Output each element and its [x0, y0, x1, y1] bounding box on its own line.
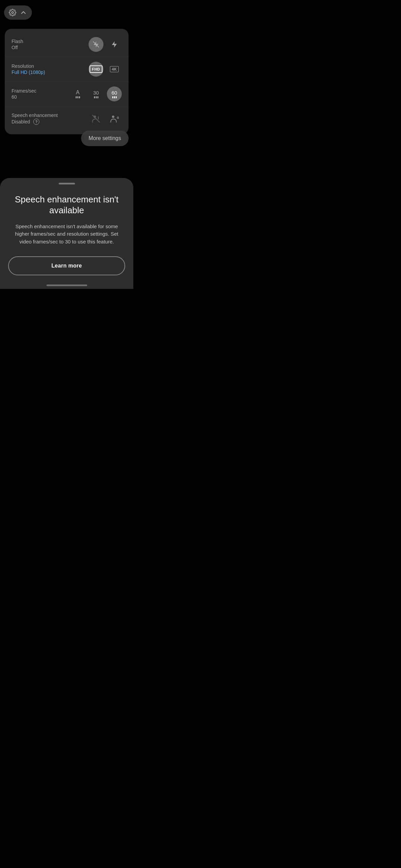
fps-row: Frames/sec 60 A 30	[5, 82, 129, 106]
chevron-up-icon[interactable]	[20, 9, 27, 16]
home-indicator	[46, 284, 87, 286]
4k-label: 4K	[110, 66, 118, 72]
fps-60-label: 60	[112, 90, 117, 96]
resolution-value: Full HD (1080p)	[12, 70, 45, 75]
speech-on-icon	[110, 114, 119, 123]
fps-60-button[interactable]: 60	[107, 86, 122, 101]
fps-30-button[interactable]: 30	[89, 86, 103, 101]
flash-title: Flash	[12, 39, 23, 44]
fps-30-label: 30	[93, 90, 99, 96]
speech-off-button[interactable]	[89, 111, 103, 126]
speech-icons	[89, 111, 122, 126]
more-settings-button[interactable]: More settings	[81, 131, 129, 146]
fps-value: 60	[12, 94, 36, 100]
top-bar	[4, 5, 32, 20]
fps-label: Frames/sec 60	[12, 88, 36, 100]
resolution-title: Resolution	[12, 63, 45, 69]
speech-label: Speech enhancement Disabled ?	[12, 113, 58, 125]
flash-value: Off	[12, 45, 23, 50]
speech-row: Speech enhancement Disabled ?	[5, 106, 129, 131]
speech-on-button[interactable]	[107, 111, 122, 126]
bottom-sheet-description: Speech enhancement isn't available for s…	[8, 223, 125, 246]
flash-row: Flash Off	[5, 32, 129, 57]
settings-icon[interactable]	[9, 9, 16, 16]
more-settings-label: More settings	[89, 135, 121, 141]
bottom-sheet-handle	[59, 183, 75, 184]
learn-more-button[interactable]: Learn more	[8, 256, 125, 275]
fps-auto-button[interactable]: A	[70, 86, 85, 101]
settings-panel: Flash Off Resolution Full HD (1080p)	[5, 29, 129, 134]
flash-on-button[interactable]	[107, 37, 122, 52]
fps-60-lines	[112, 96, 117, 98]
flash-off-button[interactable]	[89, 37, 103, 52]
bottom-sheet-title: Speech enhancement isn't available	[8, 194, 125, 216]
resolution-icons: FHD 4K	[89, 62, 122, 77]
svg-point-7	[112, 116, 114, 118]
speech-help-icon[interactable]: ?	[33, 119, 39, 125]
speech-off-icon	[91, 114, 101, 123]
speech-value: Disabled	[12, 119, 30, 124]
svg-marker-3	[112, 41, 117, 47]
fps-icons: A 30 60	[70, 86, 122, 101]
fhd-button[interactable]: FHD	[89, 62, 103, 77]
4k-button[interactable]: 4K	[107, 62, 122, 77]
fps-title: Frames/sec	[12, 88, 36, 94]
speech-title: Speech enhancement	[12, 113, 58, 118]
fps-30-lines	[94, 96, 98, 98]
resolution-row: Resolution Full HD (1080p) FHD 4K	[5, 57, 129, 82]
bottom-sheet: Speech enhancement isn't available Speec…	[0, 178, 133, 289]
svg-point-0	[12, 12, 14, 14]
fps-auto-lines	[76, 96, 80, 98]
fps-auto-label: A	[76, 90, 80, 96]
fhd-label: FHD	[90, 65, 102, 73]
resolution-label: Resolution Full HD (1080p)	[12, 63, 45, 75]
flash-icons	[89, 37, 122, 52]
flash-label: Flash Off	[12, 39, 23, 50]
